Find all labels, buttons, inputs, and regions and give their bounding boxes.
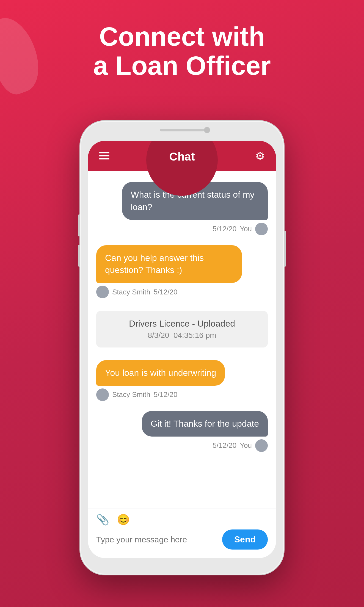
- message-meta: Stacy Smith 5/12/20: [96, 388, 177, 401]
- message-sender: Stacy Smith: [112, 390, 150, 399]
- input-row: Send: [96, 529, 268, 550]
- send-button[interactable]: Send: [222, 529, 268, 550]
- message-sender: You: [240, 441, 252, 450]
- power-button: [284, 231, 286, 267]
- hamburger-menu-button[interactable]: [99, 152, 109, 159]
- message-date: 5/12/20: [213, 225, 236, 233]
- message-bubble: Git it! Thanks for the update: [142, 411, 268, 437]
- message-row: Git it! Thanks for the update 5/12/20 Yo…: [96, 411, 268, 452]
- chat-area: What is the current status of my loan? 5…: [88, 171, 276, 509]
- hero-title: Connect witha Loan Officer: [0, 22, 364, 80]
- message-sender: Stacy Smith: [112, 288, 150, 296]
- document-title: Drivers Licence - Uploaded: [106, 319, 258, 329]
- avatar: [255, 439, 268, 452]
- message-date: 5/12/20: [154, 390, 178, 399]
- hamburger-line-1: [99, 152, 109, 153]
- message-meta: 5/12/20 You: [213, 439, 268, 452]
- phone-camera: [204, 127, 210, 133]
- message-row: You loan is with underwriting Stacy Smit…: [96, 360, 268, 401]
- phone-shell: Chat ⚙ What is the current status of my …: [80, 121, 284, 575]
- message-date: 5/12/20: [154, 288, 178, 296]
- message-meta: 5/12/20 You: [213, 223, 268, 235]
- emoji-button[interactable]: 😊: [117, 514, 130, 526]
- system-message: Drivers Licence - Uploaded 8/3/20 04:35:…: [96, 311, 268, 347]
- phone-notch: [160, 129, 204, 131]
- message-date: 5/12/20: [213, 441, 236, 450]
- message-row: Can you help answer this question? Thank…: [96, 245, 268, 299]
- phone-mockup: Chat ⚙ What is the current status of my …: [80, 121, 284, 575]
- message-input[interactable]: [96, 535, 217, 544]
- avatar: [255, 223, 268, 235]
- avatar: [96, 286, 109, 298]
- chat-title: Chat: [169, 150, 195, 163]
- volume-down-button: [78, 245, 80, 267]
- hamburger-line-3: [99, 158, 109, 159]
- app-header: Chat ⚙: [88, 141, 276, 171]
- settings-icon[interactable]: ⚙: [255, 150, 265, 162]
- attach-button[interactable]: 📎: [96, 514, 109, 526]
- message-bubble: Can you help answer this question? Thank…: [96, 245, 242, 283]
- volume-up-button: [78, 214, 80, 236]
- message-bubble: You loan is with underwriting: [96, 360, 225, 386]
- message-meta: Stacy Smith 5/12/20: [96, 286, 177, 298]
- message-sender: You: [240, 225, 252, 233]
- hamburger-line-2: [99, 155, 109, 156]
- input-icons: 📎 😊: [96, 514, 268, 526]
- input-area: 📎 😊 Send: [88, 509, 276, 558]
- phone-screen: Chat ⚙ What is the current status of my …: [88, 141, 276, 558]
- document-time: 8/3/20 04:35:16 pm: [106, 331, 258, 340]
- avatar: [96, 388, 109, 401]
